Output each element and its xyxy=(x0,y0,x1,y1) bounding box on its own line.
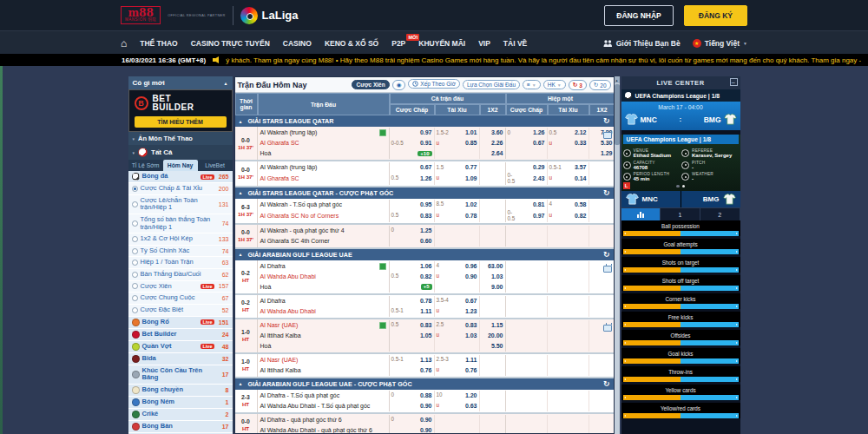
odds-value[interactable]: 2.64 xyxy=(480,148,506,159)
sidebar-subitem-t-ng-s-b-n-th-ng-to-n-tr-n-hi-p-1[interactable]: Tổng số bàn thắng Toàn trận/Hiệp 174 xyxy=(128,214,233,233)
odds-value[interactable] xyxy=(565,391,589,401)
toolbar-hk-button[interactable]: HK▼ xyxy=(543,80,566,89)
odds-value[interactable] xyxy=(454,282,480,293)
odds-value[interactable] xyxy=(522,331,548,341)
sidebar-item-bida[interactable]: Bida32 xyxy=(128,353,233,365)
tab-home-team[interactable]: MNC xyxy=(621,191,681,207)
odds-value[interactable] xyxy=(565,401,589,411)
odds-value[interactable] xyxy=(589,200,615,210)
odds-value[interactable] xyxy=(522,148,548,159)
whats-new-header[interactable]: Có gì mới ▲ xyxy=(128,76,233,89)
toolbar-refresh-20-button[interactable]: ↻20 xyxy=(589,80,611,90)
odds-value[interactable]: 1.03 xyxy=(454,331,480,341)
odds-value[interactable] xyxy=(522,296,548,306)
odds-value[interactable]: 0.88 xyxy=(407,391,435,401)
dot-active[interactable] xyxy=(682,185,686,188)
sidebar-item-b-ng-[interactable]: Bóng đáLive265 xyxy=(128,171,233,183)
nav-item-vip[interactable]: VIP xyxy=(478,39,490,48)
odds-value[interactable] xyxy=(565,425,589,434)
odds-value[interactable] xyxy=(522,272,548,282)
odds-value[interactable] xyxy=(480,306,506,317)
odds-value[interactable]: 1.26 xyxy=(407,173,435,185)
section-header-gi-i-arabian-gulf-league-uae[interactable]: ▲GIẢI ARABIAN GULF LEAGUE UAE↻ xyxy=(235,249,614,260)
sidebar-subitem-c-c-ch-p-t-i-x-u[interactable]: Cược Chấp & Tài Xỉu200 xyxy=(128,183,233,195)
more-bets-badge[interactable]: +10 xyxy=(418,151,431,157)
odds-value[interactable]: 0.33 xyxy=(565,138,589,148)
radio-icon[interactable] xyxy=(132,236,138,242)
odds-value[interactable] xyxy=(480,236,506,247)
odds-value[interactable]: 1.06 xyxy=(407,261,435,272)
bet-builder-cta-button[interactable]: TÌM HIỂU THÊM xyxy=(135,116,227,128)
radio-icon[interactable] xyxy=(132,307,138,313)
nav-item-p2p[interactable]: P2PMỚI xyxy=(391,39,405,48)
ticker-message[interactable]: ý khách. Tham gia ngay cùng M88! • Hãy t… xyxy=(226,56,861,64)
odds-value[interactable] xyxy=(565,415,589,425)
odds-value[interactable]: 1.23 xyxy=(454,306,480,317)
sidebar-item-bet-builder[interactable]: Bet Builder24 xyxy=(128,329,233,341)
refresh-icon[interactable]: ↻ xyxy=(603,380,610,388)
minimize-icon[interactable]: ‒ xyxy=(730,78,738,86)
odds-value[interactable]: 0.83 xyxy=(407,320,435,331)
toolbar-refresh-3-button[interactable]: ↻3 xyxy=(569,80,587,90)
odds-value[interactable] xyxy=(454,425,480,434)
odds-value[interactable]: 0.91 xyxy=(407,138,435,148)
register-button[interactable]: ĐĂNG KÝ xyxy=(684,5,747,26)
odds-value[interactable]: 0.58 xyxy=(565,200,589,210)
odds-value[interactable] xyxy=(480,415,506,425)
odds-value[interactable]: 0.95 xyxy=(407,200,435,210)
sidebar-item-b-ng-r-[interactable]: Bóng RổLive151 xyxy=(128,317,233,329)
section-header-gi-i-stars-league-qatar[interactable]: ▲GIẢI STARS LEAGUE QATAR↻ xyxy=(235,115,614,127)
odds-value[interactable] xyxy=(522,391,548,401)
sidebar-item-qu-n-v-t[interactable]: Quần VợtLive48 xyxy=(128,341,233,353)
odds-value[interactable]: 0.77 xyxy=(454,162,480,173)
odds-value[interactable]: 0.90 xyxy=(407,415,435,425)
odds-value[interactable] xyxy=(454,341,480,352)
odds-value[interactable] xyxy=(565,306,589,317)
odds-value[interactable]: 5.30 xyxy=(589,138,615,148)
odds-value[interactable] xyxy=(480,200,506,210)
tab-stats-2[interactable]: 2 xyxy=(700,208,740,220)
language-selector[interactable]: ★ Tiếng Việt ▼ xyxy=(693,39,747,48)
odds-value[interactable] xyxy=(565,148,589,159)
odds-value[interactable]: 0.14 xyxy=(565,173,589,185)
odds-value[interactable] xyxy=(589,236,615,247)
odds-value[interactable] xyxy=(589,173,615,185)
odds-value[interactable] xyxy=(522,320,548,331)
odds-value[interactable] xyxy=(589,272,615,282)
odds-value[interactable] xyxy=(522,341,548,352)
odds-value[interactable]: 1.11 xyxy=(407,306,435,317)
odds-value[interactable] xyxy=(480,401,506,411)
odds-value[interactable] xyxy=(565,365,589,376)
odds-value[interactable]: 1.11 xyxy=(454,355,480,365)
odds-value[interactable] xyxy=(565,296,589,306)
refresh-icon[interactable]: ↻ xyxy=(603,251,610,259)
odds-value[interactable]: 0.78 xyxy=(407,296,435,306)
odds-value[interactable]: 0.82 xyxy=(565,210,589,222)
tab-stats-1[interactable]: 1 xyxy=(661,208,700,220)
odds-value[interactable] xyxy=(454,415,480,425)
sidebar-subitem-b-n-th-ng-u-cu-i[interactable]: Bàn Thắng Đầu/Cuối62 xyxy=(128,269,233,281)
more-bets-badge[interactable]: +5 xyxy=(421,284,432,290)
odds-value[interactable] xyxy=(589,306,615,317)
section-header-gi-i-arabian-gulf-league-uae-c-c-ph-t-g-c[interactable]: ▲GIẢI ARABIAN GULF LEAGUE UAE - CƯỢC PHẠ… xyxy=(235,378,614,390)
sidebar-item-kh-c-c-n-c-u-tr-n-b-ng[interactable]: Khúc Côn Cầu Trên Băng17 xyxy=(128,365,233,385)
odds-value[interactable]: +5 xyxy=(407,282,435,293)
toolbar-target---button[interactable]: ◉ xyxy=(392,80,406,90)
toolbar-c-c-xi-n-button[interactable]: Cược Xiên xyxy=(352,80,389,89)
odds-value[interactable]: 0.85 xyxy=(454,138,480,148)
odds-value[interactable] xyxy=(480,226,506,236)
scroll-up-icon[interactable]: ▲ xyxy=(615,76,620,83)
refer-friend-link[interactable]: Giới Thiệu Bạn Bè xyxy=(603,39,681,48)
live-tv-icon[interactable] xyxy=(603,132,612,139)
sidebar-subitem-hi-p-1-to-n-tr-n[interactable]: Hiệp 1 / Toàn Trận63 xyxy=(128,257,233,269)
sidebar-subitem-t-s-ch-nh-x-c[interactable]: Tỷ Số Chính Xác74 xyxy=(128,246,233,258)
radio-icon[interactable] xyxy=(132,295,138,301)
sidebar-tab-h-m-nay[interactable]: Hôm Nay xyxy=(163,160,198,171)
odds-value[interactable] xyxy=(589,355,615,365)
nav-item-casino-tr-c-tuy-n[interactable]: CASINO TRỰC TUYẾN xyxy=(191,39,270,48)
tab-stats-chart[interactable] xyxy=(621,208,661,220)
odds-value[interactable]: 3.57 xyxy=(565,162,589,173)
odds-value[interactable]: 0.63 xyxy=(454,401,480,411)
odds-value[interactable]: 0.90 xyxy=(407,425,435,434)
section-header-gi-i-stars-league-qatar-c-c-ph-t-g-c[interactable]: ▲GIẢI STARS LEAGUE QATAR - CƯỢC PHẠT GÓC… xyxy=(235,187,614,199)
